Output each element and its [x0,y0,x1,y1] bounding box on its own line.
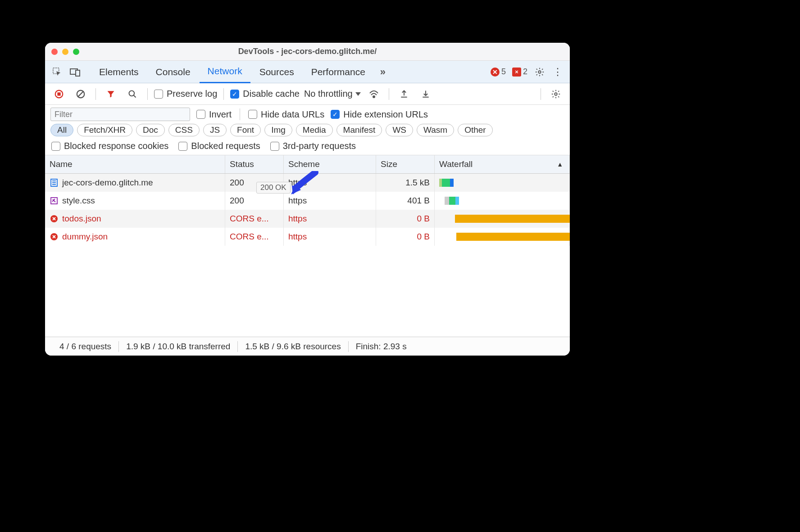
close-window-button[interactable] [51,49,58,55]
row-waterfall [435,210,570,228]
stylesheet-icon [50,196,59,205]
svg-point-10 [373,96,375,98]
disable-cache-label: Disable cache [243,89,300,99]
chip-js[interactable]: JS [203,124,227,136]
tab-console[interactable]: Console [148,61,199,83]
row-waterfall [435,174,570,192]
column-scheme[interactable]: Scheme [284,155,376,173]
column-waterfall[interactable]: Waterfall▲ [435,155,570,173]
tab-elements[interactable]: Elements [91,61,147,83]
column-status[interactable]: Status [225,155,284,173]
column-size[interactable]: Size [376,155,435,173]
chip-css[interactable]: CSS [168,124,200,136]
status-tooltip: 200 OK [256,182,291,194]
issue-icon: × [512,68,521,77]
divider [95,88,96,100]
row-status: CORS e... [225,228,284,246]
throttling-value: No throttling [304,89,353,99]
hide-data-urls-checkbox[interactable]: Hide data URLs [248,109,324,120]
filter-icon[interactable] [102,86,119,103]
waterfall-bar [450,179,454,187]
import-har-icon[interactable] [417,86,434,103]
record-button[interactable] [50,86,68,103]
blocked-cookies-label: Blocked response cookies [64,141,168,151]
blocked-requests-checkbox[interactable]: Blocked requests [178,141,260,151]
settings-icon[interactable] [531,63,548,81]
status-resources: 1.5 kB / 9.6 kB resources [238,342,348,352]
table-row[interactable]: dummy.json CORS e... https 0 B [45,228,570,246]
chip-img[interactable]: Img [264,124,292,136]
error-badge[interactable]: ✕ 5 [491,67,506,77]
checkbox-icon [51,142,60,151]
checkbox-icon [154,90,163,99]
row-waterfall [435,192,570,210]
table-row[interactable]: todos.json CORS e... https 0 B [45,210,570,228]
checkbox-icon [196,110,205,119]
extra-filters-row: Blocked response cookies Blocked request… [45,139,570,155]
error-icon [50,232,59,241]
panel-settings-icon[interactable] [547,86,564,103]
issue-count: 2 [523,67,527,77]
status-transferred: 1.9 kB / 10.0 kB transferred [119,342,237,352]
third-party-checkbox[interactable]: 3rd-party requests [270,141,356,151]
chip-wasm[interactable]: Wasm [417,124,454,136]
chip-font[interactable]: Font [230,124,261,136]
hide-extension-urls-checkbox[interactable]: ✓ Hide extension URLs [331,109,428,120]
divider [389,88,389,100]
device-toggle-icon[interactable] [67,63,84,81]
svg-line-7 [78,91,84,97]
export-har-icon[interactable] [395,86,413,103]
row-scheme: https [284,210,376,228]
row-name: style.css [62,196,95,206]
minimize-window-button[interactable] [62,49,68,55]
invert-checkbox[interactable]: Invert [196,109,232,120]
third-party-label: 3rd-party requests [283,141,356,151]
chip-doc[interactable]: Doc [136,124,165,136]
filter-input[interactable] [50,108,190,121]
document-icon [50,178,59,187]
chip-fetch-xhr[interactable]: Fetch/XHR [77,124,132,136]
waterfall-bar [445,197,449,205]
tab-network[interactable]: Network [200,61,250,83]
tab-sources[interactable]: Sources [251,61,302,83]
svg-line-9 [134,95,136,97]
svg-point-11 [555,93,557,95]
row-name: jec-cors-demo.glitch.me [62,178,153,188]
chip-all[interactable]: All [50,124,73,136]
error-count: 5 [501,67,506,77]
throttling-select[interactable]: No throttling [304,89,361,99]
network-conditions-icon[interactable] [365,86,382,103]
tab-performance[interactable]: Performance [303,61,373,83]
more-tabs-icon[interactable]: » [374,63,391,81]
search-icon[interactable] [124,86,141,103]
disable-cache-checkbox[interactable]: ✓ Disable cache [230,89,300,99]
row-status: 200 [225,192,284,210]
preserve-log-checkbox[interactable]: Preserve log [154,89,217,99]
hide-ext-urls-label: Hide extension URLs [343,109,428,120]
devtools-window: DevTools - jec-cors-demo.glitch.me/ Elem… [45,43,570,356]
chevron-down-icon [355,92,361,96]
clear-button[interactable] [72,86,89,103]
kebab-menu-icon[interactable]: ⋮ [549,63,566,81]
checkbox-checked-icon: ✓ [331,110,340,119]
divider [541,88,541,100]
inspect-element-icon[interactable] [49,63,66,81]
status-bar: 4 / 6 requests 1.9 kB / 10.0 kB transfer… [45,337,570,356]
titlebar: DevTools - jec-cors-demo.glitch.me/ [45,43,570,61]
blocked-cookies-checkbox[interactable]: Blocked response cookies [51,141,168,151]
svg-point-8 [129,90,135,96]
row-size: 401 B [376,192,435,210]
chip-ws[interactable]: WS [386,124,413,136]
svg-rect-5 [57,92,60,95]
row-name: dummy.json [62,232,108,242]
hide-data-urls-label: Hide data URLs [261,109,324,120]
error-icon: ✕ [491,68,500,77]
issue-badge[interactable]: × 2 [512,67,527,77]
chip-other[interactable]: Other [458,124,493,136]
maximize-window-button[interactable] [73,49,79,55]
row-size: 1.5 kB [376,174,435,192]
chip-media[interactable]: Media [296,124,333,136]
status-requests: 4 / 6 requests [52,342,118,352]
column-name[interactable]: Name [45,155,225,173]
chip-manifest[interactable]: Manifest [336,124,382,136]
